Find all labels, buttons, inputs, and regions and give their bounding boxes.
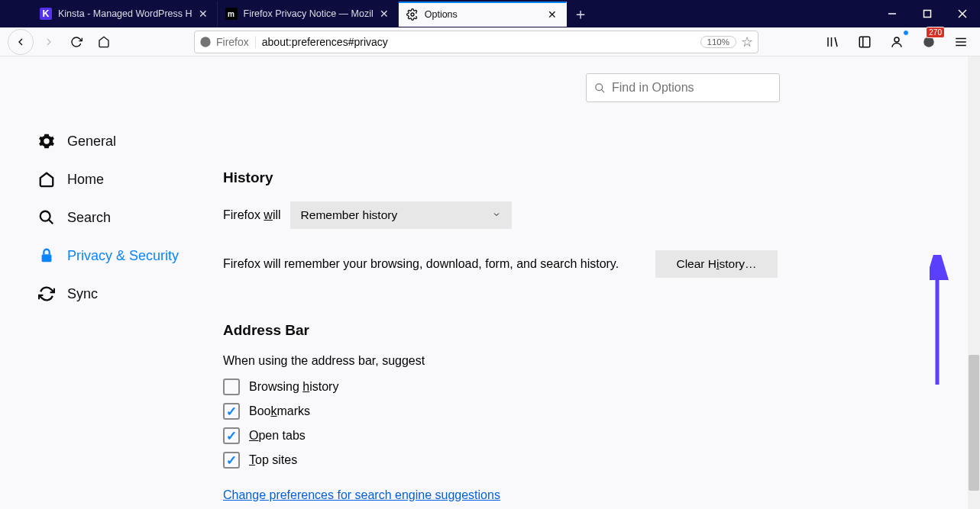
- extension-button[interactable]: 270: [917, 31, 940, 53]
- url-text: about:preferences#privacy: [262, 36, 700, 48]
- close-window-button[interactable]: [945, 0, 980, 27]
- svg-point-19: [596, 83, 603, 90]
- sidebar-item-sync[interactable]: Sync: [37, 275, 223, 313]
- history-mode-select[interactable]: Remember history: [290, 201, 512, 229]
- svg-line-17: [49, 220, 53, 224]
- check-label: Browsing history: [249, 380, 338, 394]
- account-button[interactable]: [885, 31, 908, 53]
- tab-label: Kinsta - Managed WordPress H: [58, 8, 192, 19]
- address-bar-heading: Address Bar: [223, 322, 781, 339]
- window-controls: [875, 0, 980, 27]
- checkbox-icon[interactable]: [223, 452, 240, 469]
- history-section: History Firefox will Remember history Fi…: [223, 169, 781, 278]
- button-label: Clear History…: [676, 257, 756, 271]
- sidebar-item-search[interactable]: Search: [37, 198, 223, 237]
- svg-line-8: [835, 37, 837, 47]
- history-description: Firefox will remember your browsing, dow…: [223, 257, 619, 271]
- check-top-sites[interactable]: Top sites: [223, 452, 781, 469]
- search-icon: [37, 209, 57, 226]
- notification-dot-icon: [903, 30, 909, 36]
- history-heading: History: [223, 169, 781, 186]
- check-open-tabs[interactable]: Open tabs: [223, 427, 781, 444]
- identity-label: Firefox: [216, 36, 249, 48]
- check-browsing-history[interactable]: Browsing history: [223, 379, 781, 395]
- sync-icon: [37, 285, 57, 302]
- search-icon: [594, 82, 606, 94]
- tab-favicon-mozilla: m: [225, 8, 238, 20]
- checkbox-icon[interactable]: [223, 427, 240, 444]
- svg-rect-9: [859, 37, 870, 47]
- history-label: Firefox will: [223, 208, 281, 222]
- reload-button[interactable]: [64, 30, 89, 54]
- svg-line-20: [601, 89, 604, 92]
- sidebar-item-general[interactable]: General: [37, 122, 223, 160]
- preferences-content: General Home Search Privacy & Security S…: [0, 56, 980, 509]
- gear-icon: [37, 133, 57, 150]
- close-icon[interactable]: ✕: [197, 8, 209, 20]
- annotation-arrow-icon: [930, 255, 953, 388]
- sidebar-item-privacy[interactable]: Privacy & Security: [37, 237, 223, 275]
- select-value: Remember history: [301, 208, 398, 222]
- firefox-icon: [199, 36, 212, 48]
- clear-history-button[interactable]: Clear History…: [655, 250, 778, 278]
- tab-label: Options: [425, 9, 542, 20]
- tab-favicon-kinsta: K: [40, 8, 52, 20]
- search-suggestions-link[interactable]: Change preferences for search engine sug…: [223, 488, 781, 502]
- vertical-scrollbar[interactable]: [968, 56, 980, 509]
- close-icon[interactable]: ✕: [378, 8, 390, 20]
- lock-icon: [37, 247, 57, 264]
- tab-strip-spacer: [0, 0, 32, 27]
- back-button[interactable]: [8, 29, 34, 55]
- tab-options[interactable]: Options ✕: [399, 2, 567, 27]
- badge-count: 270: [926, 27, 945, 38]
- sidebar-button[interactable]: [853, 31, 876, 53]
- app-menu-button[interactable]: [949, 31, 972, 53]
- svg-point-16: [40, 211, 50, 221]
- identity-box[interactable]: Firefox: [199, 36, 256, 48]
- svg-point-11: [894, 37, 899, 42]
- preferences-main: Find in Options History Firefox will Rem…: [223, 56, 980, 509]
- forward-button[interactable]: [37, 30, 61, 54]
- tab-kinsta[interactable]: K Kinsta - Managed WordPress H ✕: [32, 2, 218, 27]
- sidebar-item-label: General: [67, 134, 116, 150]
- browser-titlebar: K Kinsta - Managed WordPress H ✕ m Firef…: [0, 0, 980, 27]
- minimize-button[interactable]: [875, 0, 910, 27]
- sidebar-item-label: Privacy & Security: [67, 248, 179, 264]
- checkbox-icon[interactable]: [223, 403, 240, 420]
- sidebar-item-label: Home: [67, 172, 104, 188]
- gear-icon: [406, 8, 419, 21]
- sidebar-item-label: Sync: [67, 286, 98, 302]
- nav-toolbar: Firefox about:preferences#privacy 110% ☆…: [0, 27, 980, 56]
- check-label: Bookmarks: [249, 404, 310, 418]
- address-bar-section: Address Bar When using the address bar, …: [223, 322, 781, 502]
- maximize-button[interactable]: [910, 0, 945, 27]
- sidebar-item-home[interactable]: Home: [37, 160, 223, 198]
- home-button[interactable]: [92, 30, 116, 54]
- preferences-sidebar: General Home Search Privacy & Security S…: [0, 56, 223, 509]
- svg-point-0: [411, 13, 414, 16]
- svg-rect-2: [924, 11, 931, 18]
- address-bar-subheading: When using the address bar, suggest: [223, 354, 781, 368]
- chevron-down-icon: [492, 208, 501, 222]
- tab-label: Firefox Privacy Notice — Mozil: [244, 8, 374, 19]
- tab-privacy-notice[interactable]: m Firefox Privacy Notice — Mozil ✕: [218, 2, 399, 27]
- svg-rect-18: [42, 254, 52, 262]
- url-bar[interactable]: Firefox about:preferences#privacy 110% ☆: [194, 31, 758, 53]
- svg-point-5: [200, 37, 210, 47]
- bookmark-star-icon[interactable]: ☆: [741, 34, 753, 50]
- home-icon: [37, 171, 57, 188]
- check-bookmarks[interactable]: Bookmarks: [223, 403, 781, 420]
- new-tab-button[interactable]: ＋: [567, 0, 594, 27]
- search-placeholder: Find in Options: [612, 81, 694, 95]
- find-in-options-input[interactable]: Find in Options: [586, 73, 780, 102]
- check-label: Top sites: [249, 453, 297, 467]
- library-button[interactable]: [821, 31, 844, 53]
- svg-point-12: [923, 37, 934, 47]
- sidebar-item-label: Search: [67, 210, 111, 226]
- check-label: Open tabs: [249, 429, 306, 443]
- close-icon[interactable]: ✕: [546, 8, 558, 21]
- checkbox-icon[interactable]: [223, 379, 240, 395]
- zoom-badge[interactable]: 110%: [700, 36, 736, 48]
- scrollbar-thumb[interactable]: [969, 355, 979, 491]
